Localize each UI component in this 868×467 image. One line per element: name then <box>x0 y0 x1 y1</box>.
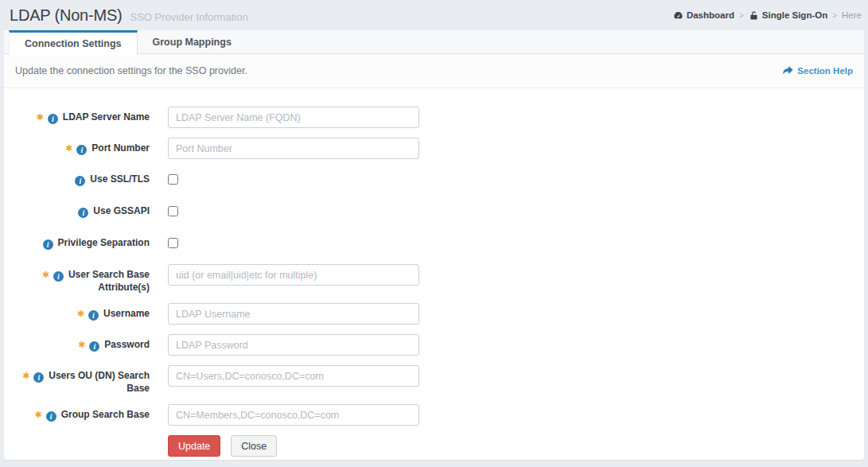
field-label: ✱iPort Number <box>4 138 150 159</box>
tab-bar: Connection Settings Group Mappings <box>4 30 864 54</box>
section-help-label: Section Help <box>797 66 853 76</box>
info-circle-icon[interactable]: i <box>48 114 58 124</box>
field-input-col <box>168 169 178 186</box>
breadcrumb-label: Dashboard <box>687 10 734 20</box>
breadcrumb: Dashboard > Single Sign-On > Here <box>673 10 862 21</box>
page-title: LDAP (Non-MS) <box>10 6 123 25</box>
field-input-col <box>168 404 419 426</box>
form-row-password: ✱iPassword <box>4 334 864 356</box>
info-circle-icon[interactable]: i <box>46 411 56 422</box>
form-row-username: ✱iUsername <box>4 303 864 325</box>
use-ssl-tls-checkbox[interactable] <box>168 174 178 185</box>
section-help-link[interactable]: Section Help <box>782 66 853 76</box>
info-circle-icon[interactable]: i <box>88 310 99 321</box>
required-asterisk-icon: ✱ <box>34 410 41 419</box>
update-button[interactable]: Update <box>168 435 220 457</box>
field-label: ✱iGroup Search Base <box>4 404 150 426</box>
section-bar: Update the connection settings for the S… <box>4 54 864 88</box>
user-search-base-attribute-s-input[interactable] <box>168 264 419 286</box>
field-input-col <box>168 107 419 128</box>
required-asterisk-icon: ✱ <box>77 309 84 318</box>
page-subtitle: SSO Provider Information <box>130 11 248 23</box>
info-circle-icon[interactable]: i <box>89 341 99 352</box>
port-number-input[interactable] <box>168 138 419 159</box>
info-circle-icon[interactable]: i <box>53 271 64 282</box>
field-label: iUse GSSAPI <box>4 200 150 218</box>
field-label-text: LDAP Server Name <box>63 111 150 123</box>
field-label-text: Use GSSAPI <box>93 205 150 216</box>
info-circle-icon[interactable]: i <box>33 372 44 383</box>
info-circle-icon[interactable]: i <box>43 239 53 250</box>
field-label: iPrivilege Separation <box>4 232 150 250</box>
field-input-col <box>168 264 419 294</box>
content-card: Connection Settings Group Mappings Updat… <box>4 30 864 460</box>
field-label-text: User Search Base Attribute(s) <box>68 269 150 293</box>
breadcrumb-item-dashboard[interactable]: Dashboard <box>673 10 734 21</box>
required-asterisk-icon: ✱ <box>65 143 72 153</box>
field-input-col <box>168 138 419 159</box>
tab-connection-settings[interactable]: Connection Settings <box>9 30 138 55</box>
tab-group-mappings[interactable]: Group Mappings <box>138 30 247 54</box>
ldap-server-name-input[interactable] <box>168 107 419 128</box>
field-label-text: Password <box>104 339 150 350</box>
field-label: ✱iUsername <box>4 303 150 325</box>
section-description: Update the connection settings for the S… <box>15 65 247 76</box>
dashboard-tachometer-icon <box>673 10 683 21</box>
field-label: ✱iPassword <box>4 334 150 356</box>
form-row-ldap-server-name: ✱iLDAP Server Name <box>4 107 864 128</box>
required-asterisk-icon: ✱ <box>42 270 49 279</box>
close-button[interactable]: Close <box>231 435 277 457</box>
required-asterisk-icon: ✱ <box>22 371 29 380</box>
field-label-text: Group Search Base <box>61 409 150 420</box>
form-row-use-gssapi: iUse GSSAPI <box>4 200 864 218</box>
field-label-text: Username <box>103 308 150 319</box>
breadcrumb-label: Single Sign-On <box>762 10 827 20</box>
field-input-col <box>168 200 178 218</box>
field-input-col <box>168 232 178 250</box>
password-input[interactable] <box>168 334 419 356</box>
field-label-text: Port Number <box>91 142 150 154</box>
users-ou-dn-search-base-input[interactable] <box>168 365 419 387</box>
field-label-text: Users OU (DN) Search Base <box>49 370 150 394</box>
field-input-col <box>168 334 419 356</box>
forward-arrow-icon <box>782 66 793 76</box>
info-circle-icon[interactable]: i <box>76 145 87 155</box>
lock-icon <box>749 10 759 21</box>
field-input-col <box>168 365 419 395</box>
form-actions: UpdateClose <box>168 435 864 457</box>
connection-settings-form: ✱iLDAP Server Name✱iPort NumberiUse SSL/… <box>4 88 864 457</box>
form-row-use-ssl-tls: iUse SSL/TLS <box>4 169 864 186</box>
form-row-user-search-base-attribute-s: ✱iUser Search Base Attribute(s) <box>4 264 864 294</box>
field-label: ✱iUsers OU (DN) Search Base <box>4 365 150 395</box>
field-label: iUse SSL/TLS <box>4 169 150 186</box>
breadcrumb-separator: > <box>832 11 837 20</box>
field-label: ✱iUser Search Base Attribute(s) <box>4 264 150 294</box>
form-row-port-number: ✱iPort Number <box>4 138 864 159</box>
required-asterisk-icon: ✱ <box>78 340 85 349</box>
breadcrumb-item-current: Here <box>842 10 862 20</box>
required-asterisk-icon: ✱ <box>37 112 44 122</box>
field-label: ✱iLDAP Server Name <box>4 107 150 128</box>
form-row-privilege-separation: iPrivilege Separation <box>4 232 864 250</box>
breadcrumb-separator: > <box>739 11 744 20</box>
breadcrumb-item-single-sign-on[interactable]: Single Sign-On <box>749 10 827 21</box>
use-gssapi-checkbox[interactable] <box>168 206 178 216</box>
field-label-text: Use SSL/TLS <box>90 173 150 185</box>
form-row-group-search-base: ✱iGroup Search Base <box>4 404 864 426</box>
info-circle-icon[interactable]: i <box>78 208 88 218</box>
group-search-base-input[interactable] <box>168 404 419 426</box>
title-block: LDAP (Non-MS) SSO Provider Information <box>10 6 248 25</box>
username-input[interactable] <box>168 303 419 325</box>
form-row-users-ou-dn-search-base: ✱iUsers OU (DN) Search Base <box>4 365 864 395</box>
page-header: LDAP (Non-MS) SSO Provider Information D… <box>0 0 868 30</box>
field-input-col <box>168 303 419 325</box>
info-circle-icon[interactable]: i <box>75 176 85 186</box>
privilege-separation-checkbox[interactable] <box>168 238 178 248</box>
field-label-text: Privilege Separation <box>58 237 150 248</box>
